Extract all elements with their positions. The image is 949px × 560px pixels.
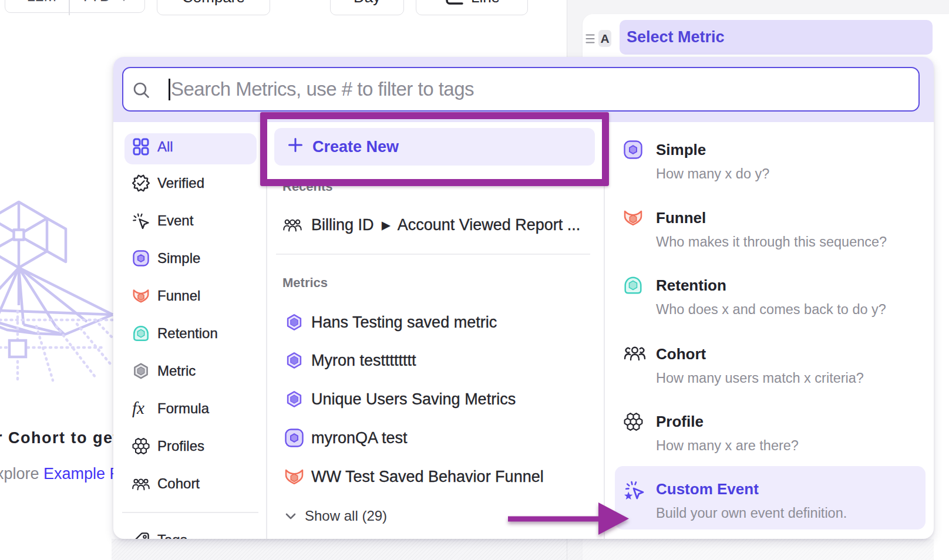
svg-text:fx: fx [132, 399, 144, 417]
